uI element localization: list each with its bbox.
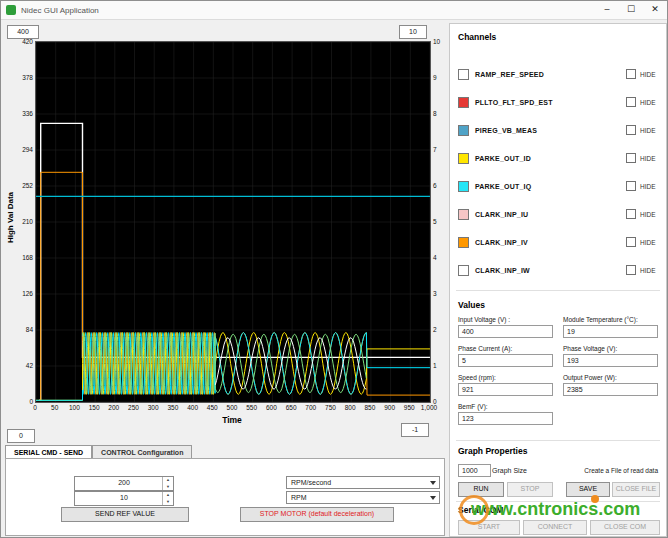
spinner-arrows-icon[interactable]: ▲▼ bbox=[162, 492, 173, 505]
value-field-input[interactable]: 123 bbox=[458, 412, 553, 425]
value-field-label: Module Temperature (°C): bbox=[563, 316, 658, 323]
window-title: Nidec GUI Application bbox=[21, 6, 99, 15]
ref-step-spinner[interactable]: 10 ▲▼ bbox=[74, 491, 174, 506]
value-field-input[interactable]: 19 bbox=[563, 325, 658, 338]
stop-button[interactable]: STOP bbox=[507, 482, 553, 497]
hide-checkbox[interactable] bbox=[626, 265, 636, 275]
stop-motor-button[interactable]: STOP MOTOR (default deceleration) bbox=[240, 507, 394, 522]
spinner-arrows-icon[interactable]: ▲▼ bbox=[162, 477, 173, 490]
chevron-down-icon bbox=[430, 496, 436, 500]
save-button[interactable]: SAVE bbox=[566, 482, 610, 497]
value-field-input[interactable]: 193 bbox=[563, 354, 658, 367]
hide-label: HIDE bbox=[640, 239, 658, 246]
axis-min-left-input[interactable]: 0 bbox=[7, 429, 35, 443]
unit-dropdown-2-value: RPM bbox=[291, 494, 307, 501]
tick-label: 2 bbox=[433, 326, 437, 333]
tick-label: 6 bbox=[433, 182, 437, 189]
value-field: Output Power (W):2385 bbox=[563, 374, 658, 396]
maximize-button[interactable]: ☐ bbox=[619, 1, 643, 19]
channel-list: RAMP_REF_SPEEDHIDEPLLTO_FLT_SPD_ESTHIDEP… bbox=[458, 60, 658, 284]
unit-dropdown-2[interactable]: RPM bbox=[286, 491, 440, 504]
value-field-input[interactable]: 2385 bbox=[563, 383, 658, 396]
value-field-label: BemF (V): bbox=[458, 403, 553, 410]
hide-label: HIDE bbox=[640, 71, 658, 78]
right-panel: Channels RAMP_REF_SPEEDHIDEPLLTO_FLT_SPD… bbox=[449, 23, 667, 537]
value-field-input[interactable]: 400 bbox=[458, 325, 553, 338]
create-file-label: Create a File of read data bbox=[584, 464, 658, 477]
tick-label: 420 bbox=[7, 38, 33, 45]
hide-checkbox[interactable] bbox=[626, 97, 636, 107]
separator bbox=[456, 290, 660, 291]
waveform-plot[interactable] bbox=[35, 41, 431, 403]
channel-color-swatch bbox=[458, 265, 469, 276]
app-window: { "window": { "title": "Nidec GUI Applic… bbox=[0, 0, 668, 538]
waveform-svg bbox=[36, 42, 430, 402]
axis-max-left-input[interactable]: 400 bbox=[7, 25, 39, 39]
hide-checkbox[interactable] bbox=[626, 69, 636, 79]
channel-row: CLARK_INP_IWHIDE bbox=[458, 256, 658, 284]
hide-checkbox[interactable] bbox=[626, 181, 636, 191]
tick-label: 42 bbox=[7, 362, 33, 369]
unit-dropdown-1[interactable]: RPM/second bbox=[286, 476, 440, 489]
titlebar: Nidec GUI Application – ☐ ✕ bbox=[1, 1, 667, 20]
close-com-button[interactable]: CLOSE COM bbox=[590, 520, 660, 535]
x-axis-ticks: 0501001502002503003504004505005506006507… bbox=[35, 404, 431, 413]
channel-color-swatch bbox=[458, 69, 469, 80]
channel-label: PLLTO_FLT_SPD_EST bbox=[475, 99, 626, 106]
channel-color-swatch bbox=[458, 153, 469, 164]
hide-label: HIDE bbox=[640, 211, 658, 218]
tick-label: 10 bbox=[433, 38, 440, 45]
serial-com-title: Serial COM bbox=[458, 505, 503, 515]
hide-checkbox[interactable] bbox=[626, 153, 636, 163]
hide-label: HIDE bbox=[640, 155, 658, 162]
unit-dropdown-1-value: RPM/second bbox=[291, 479, 331, 486]
channel-label: PARKE_OUT_IQ bbox=[475, 183, 626, 190]
hide-checkbox[interactable] bbox=[626, 209, 636, 219]
tick-label: 1,000 bbox=[416, 404, 442, 411]
start-button[interactable]: START bbox=[458, 520, 520, 535]
channel-label: RAMP_REF_SPEED bbox=[475, 71, 626, 78]
value-field: BemF (V):123 bbox=[458, 403, 553, 425]
axis-max-right-input[interactable]: 10 bbox=[399, 25, 427, 39]
hide-checkbox[interactable] bbox=[626, 237, 636, 247]
tick-label: 5 bbox=[433, 218, 437, 225]
tick-label: 84 bbox=[7, 326, 33, 333]
value-field-label: Output Power (W): bbox=[563, 374, 658, 381]
channel-color-swatch bbox=[458, 97, 469, 108]
channel-row: CLARK_INP_IUHIDE bbox=[458, 200, 658, 228]
close-file-button[interactable]: CLOSE FILE bbox=[612, 482, 660, 497]
value-field-input[interactable]: 5 bbox=[458, 354, 553, 367]
connect-button[interactable]: CONNECT bbox=[523, 520, 587, 535]
ref-value-text: 200 bbox=[118, 479, 130, 486]
channel-row: PARKE_OUT_IDHIDE bbox=[458, 144, 658, 172]
channel-row: PIREG_VB_MEASHIDE bbox=[458, 116, 658, 144]
channel-label: CLARK_INP_IU bbox=[475, 211, 626, 218]
chevron-down-icon bbox=[430, 481, 436, 485]
channel-label: PARKE_OUT_ID bbox=[475, 155, 626, 162]
value-field-input[interactable]: 921 bbox=[458, 383, 553, 396]
value-field: Phase Voltage (V):193 bbox=[563, 345, 658, 367]
tick-label: 168 bbox=[7, 254, 33, 261]
ref-step-text: 10 bbox=[120, 494, 128, 501]
graph-size-input[interactable]: 1000 bbox=[458, 464, 491, 477]
minimize-button[interactable]: – bbox=[595, 1, 619, 19]
ref-value-spinner[interactable]: 200 ▲▼ bbox=[74, 476, 174, 491]
hide-label: HIDE bbox=[640, 99, 658, 106]
axis-min-right-input[interactable]: -1 bbox=[401, 423, 429, 437]
tick-label: 378 bbox=[7, 74, 33, 81]
hide-checkbox[interactable] bbox=[626, 125, 636, 135]
tick-label: 7 bbox=[433, 146, 437, 153]
graph-properties-title: Graph Properties bbox=[458, 446, 527, 456]
tick-label: 336 bbox=[7, 110, 33, 117]
tick-label: 3 bbox=[433, 290, 437, 297]
value-field-label: Speed (rpm): bbox=[458, 374, 553, 381]
send-ref-value-button[interactable]: SEND REF VALUE bbox=[61, 507, 189, 522]
channels-title: Channels bbox=[458, 32, 496, 42]
hide-label: HIDE bbox=[640, 183, 658, 190]
close-button[interactable]: ✕ bbox=[643, 1, 667, 19]
hide-label: HIDE bbox=[640, 267, 658, 274]
value-field-label: Phase Voltage (V): bbox=[563, 345, 658, 352]
run-button[interactable]: RUN bbox=[458, 482, 504, 497]
channel-color-swatch bbox=[458, 181, 469, 192]
serial-cmd-send-panel: 200 ▲▼ 10 ▲▼ SEND REF VALUE RPM/second R… bbox=[5, 458, 445, 536]
